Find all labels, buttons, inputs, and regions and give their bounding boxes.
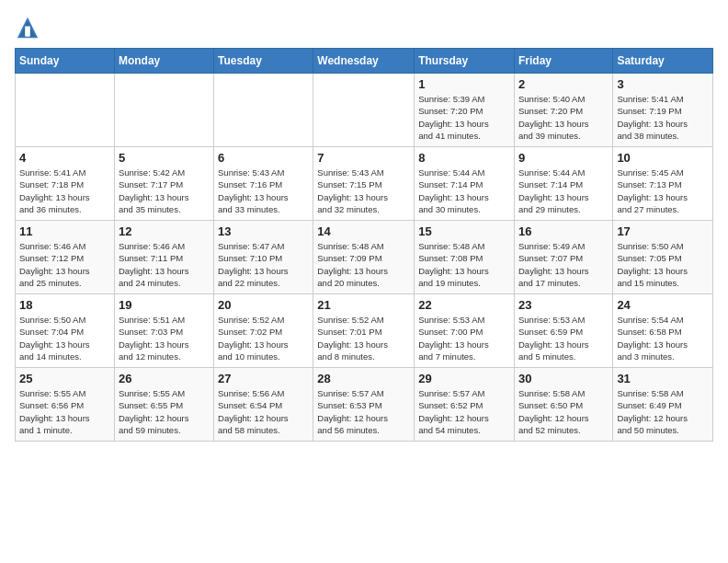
day-info: Sunrise: 5:44 AM Sunset: 7:14 PM Dayligh…	[418, 167, 510, 215]
day-info: Sunrise: 5:51 AM Sunset: 7:03 PM Dayligh…	[119, 314, 210, 362]
calendar-cell	[313, 74, 415, 147]
calendar-cell: 15Sunrise: 5:48 AM Sunset: 7:08 PM Dayli…	[415, 221, 515, 294]
calendar-cell: 27Sunrise: 5:56 AM Sunset: 6:54 PM Dayli…	[214, 368, 313, 442]
day-number: 27	[218, 372, 309, 385]
day-info: Sunrise: 5:42 AM Sunset: 7:17 PM Dayligh…	[119, 167, 210, 215]
day-info: Sunrise: 5:53 AM Sunset: 7:00 PM Dayligh…	[418, 314, 510, 362]
day-number: 1	[418, 77, 510, 91]
day-info: Sunrise: 5:55 AM Sunset: 6:56 PM Dayligh…	[19, 387, 110, 436]
day-number: 15	[418, 224, 510, 238]
logo-icon	[15, 15, 40, 40]
day-number: 26	[119, 372, 210, 385]
day-info: Sunrise: 5:46 AM Sunset: 7:12 PM Dayligh…	[19, 240, 110, 289]
calendar-header-row: SundayMondayTuesdayWednesdayThursdayFrid…	[16, 49, 713, 74]
day-number: 5	[119, 151, 210, 165]
calendar-cell: 2Sunrise: 5:40 AM Sunset: 7:20 PM Daylig…	[514, 74, 612, 147]
header	[15, 15, 713, 40]
calendar-cell: 23Sunrise: 5:53 AM Sunset: 6:59 PM Dayli…	[514, 294, 612, 368]
header-monday: Monday	[114, 49, 213, 74]
day-number: 28	[317, 372, 410, 385]
day-info: Sunrise: 5:47 AM Sunset: 7:10 PM Dayligh…	[218, 240, 309, 289]
calendar-cell: 13Sunrise: 5:47 AM Sunset: 7:10 PM Dayli…	[214, 221, 313, 294]
day-number: 29	[418, 372, 510, 385]
calendar-cell: 18Sunrise: 5:50 AM Sunset: 7:04 PM Dayli…	[16, 294, 115, 368]
calendar-cell	[214, 74, 313, 147]
calendar-cell: 12Sunrise: 5:46 AM Sunset: 7:11 PM Dayli…	[114, 221, 213, 294]
day-number: 13	[218, 224, 309, 238]
day-info: Sunrise: 5:50 AM Sunset: 7:05 PM Dayligh…	[617, 240, 709, 289]
day-info: Sunrise: 5:41 AM Sunset: 7:19 PM Dayligh…	[617, 93, 709, 142]
day-number: 14	[317, 224, 410, 238]
calendar-cell: 24Sunrise: 5:54 AM Sunset: 6:58 PM Dayli…	[613, 294, 713, 368]
calendar-cell: 8Sunrise: 5:44 AM Sunset: 7:14 PM Daylig…	[415, 147, 515, 221]
day-number: 30	[518, 372, 609, 385]
calendar-week-2: 4Sunrise: 5:41 AM Sunset: 7:18 PM Daylig…	[16, 147, 713, 221]
calendar-cell: 16Sunrise: 5:49 AM Sunset: 7:07 PM Dayli…	[514, 221, 612, 294]
day-info: Sunrise: 5:49 AM Sunset: 7:07 PM Dayligh…	[518, 240, 609, 289]
day-number: 24	[617, 298, 709, 312]
day-number: 31	[617, 372, 709, 385]
day-number: 22	[418, 298, 510, 312]
calendar-cell: 22Sunrise: 5:53 AM Sunset: 7:00 PM Dayli…	[415, 294, 515, 368]
logo	[15, 15, 44, 40]
day-info: Sunrise: 5:43 AM Sunset: 7:16 PM Dayligh…	[218, 167, 309, 215]
day-info: Sunrise: 5:58 AM Sunset: 6:50 PM Dayligh…	[518, 387, 609, 436]
calendar-week-1: 1Sunrise: 5:39 AM Sunset: 7:20 PM Daylig…	[16, 74, 713, 147]
day-info: Sunrise: 5:55 AM Sunset: 6:55 PM Dayligh…	[119, 387, 210, 436]
calendar-cell: 9Sunrise: 5:44 AM Sunset: 7:14 PM Daylig…	[514, 147, 612, 221]
day-info: Sunrise: 5:57 AM Sunset: 6:52 PM Dayligh…	[418, 387, 510, 436]
day-number: 6	[218, 151, 309, 165]
header-saturday: Saturday	[613, 49, 713, 74]
day-number: 12	[119, 224, 210, 238]
calendar-week-3: 11Sunrise: 5:46 AM Sunset: 7:12 PM Dayli…	[16, 221, 713, 294]
day-number: 9	[518, 151, 609, 165]
day-info: Sunrise: 5:43 AM Sunset: 7:15 PM Dayligh…	[317, 167, 410, 215]
calendar-cell: 1Sunrise: 5:39 AM Sunset: 7:20 PM Daylig…	[415, 74, 515, 147]
calendar-cell: 20Sunrise: 5:52 AM Sunset: 7:02 PM Dayli…	[214, 294, 313, 368]
day-info: Sunrise: 5:57 AM Sunset: 6:53 PM Dayligh…	[317, 387, 410, 436]
calendar-cell: 26Sunrise: 5:55 AM Sunset: 6:55 PM Dayli…	[114, 368, 213, 442]
calendar-cell: 31Sunrise: 5:58 AM Sunset: 6:49 PM Dayli…	[613, 368, 713, 442]
svg-rect-2	[25, 27, 30, 37]
day-number: 4	[19, 151, 110, 165]
calendar-week-4: 18Sunrise: 5:50 AM Sunset: 7:04 PM Dayli…	[16, 294, 713, 368]
day-info: Sunrise: 5:39 AM Sunset: 7:20 PM Dayligh…	[418, 93, 510, 142]
calendar-table: SundayMondayTuesdayWednesdayThursdayFrid…	[15, 48, 713, 442]
calendar-cell: 25Sunrise: 5:55 AM Sunset: 6:56 PM Dayli…	[16, 368, 115, 442]
day-number: 16	[518, 224, 609, 238]
header-thursday: Thursday	[415, 49, 515, 74]
day-info: Sunrise: 5:54 AM Sunset: 6:58 PM Dayligh…	[617, 314, 709, 362]
day-info: Sunrise: 5:44 AM Sunset: 7:14 PM Dayligh…	[518, 167, 609, 215]
day-number: 11	[19, 224, 110, 238]
header-tuesday: Tuesday	[214, 49, 313, 74]
calendar-cell: 29Sunrise: 5:57 AM Sunset: 6:52 PM Dayli…	[415, 368, 515, 442]
day-info: Sunrise: 5:40 AM Sunset: 7:20 PM Dayligh…	[518, 93, 609, 142]
calendar-cell: 7Sunrise: 5:43 AM Sunset: 7:15 PM Daylig…	[313, 147, 415, 221]
day-info: Sunrise: 5:53 AM Sunset: 6:59 PM Dayligh…	[518, 314, 609, 362]
day-info: Sunrise: 5:45 AM Sunset: 7:13 PM Dayligh…	[617, 167, 709, 215]
header-sunday: Sunday	[16, 49, 115, 74]
calendar-cell: 5Sunrise: 5:42 AM Sunset: 7:17 PM Daylig…	[114, 147, 213, 221]
day-number: 10	[617, 151, 709, 165]
calendar-cell: 3Sunrise: 5:41 AM Sunset: 7:19 PM Daylig…	[613, 74, 713, 147]
calendar-cell: 4Sunrise: 5:41 AM Sunset: 7:18 PM Daylig…	[16, 147, 115, 221]
calendar-cell	[16, 74, 115, 147]
day-info: Sunrise: 5:46 AM Sunset: 7:11 PM Dayligh…	[119, 240, 210, 289]
calendar-cell: 17Sunrise: 5:50 AM Sunset: 7:05 PM Dayli…	[613, 221, 713, 294]
day-info: Sunrise: 5:52 AM Sunset: 7:01 PM Dayligh…	[317, 314, 410, 362]
header-friday: Friday	[514, 49, 612, 74]
calendar-cell: 28Sunrise: 5:57 AM Sunset: 6:53 PM Dayli…	[313, 368, 415, 442]
calendar-cell: 11Sunrise: 5:46 AM Sunset: 7:12 PM Dayli…	[16, 221, 115, 294]
day-number: 23	[518, 298, 609, 312]
calendar-cell: 21Sunrise: 5:52 AM Sunset: 7:01 PM Dayli…	[313, 294, 415, 368]
day-info: Sunrise: 5:56 AM Sunset: 6:54 PM Dayligh…	[218, 387, 309, 436]
day-info: Sunrise: 5:52 AM Sunset: 7:02 PM Dayligh…	[218, 314, 309, 362]
day-number: 7	[317, 151, 410, 165]
calendar-cell: 6Sunrise: 5:43 AM Sunset: 7:16 PM Daylig…	[214, 147, 313, 221]
day-info: Sunrise: 5:48 AM Sunset: 7:09 PM Dayligh…	[317, 240, 410, 289]
day-number: 19	[119, 298, 210, 312]
day-number: 2	[518, 77, 609, 91]
day-number: 8	[418, 151, 510, 165]
day-number: 3	[617, 77, 709, 91]
day-info: Sunrise: 5:48 AM Sunset: 7:08 PM Dayligh…	[418, 240, 510, 289]
